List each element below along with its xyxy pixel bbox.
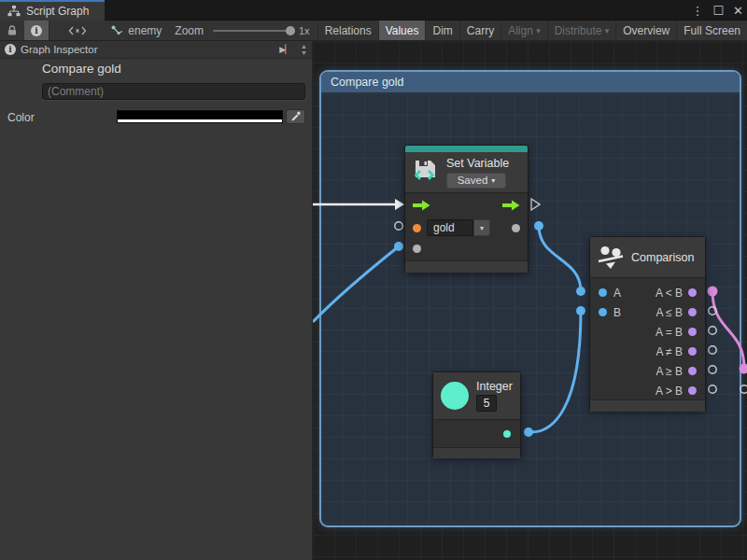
script-graph-icon xyxy=(7,6,21,17)
output-label: A ≥ B xyxy=(655,365,683,378)
output-a-lt-b-port[interactable] xyxy=(688,288,697,297)
fullscreen-button[interactable]: Full Screen xyxy=(677,21,747,40)
input-b-label: B xyxy=(613,306,621,319)
output-label: A ≠ B xyxy=(655,345,683,358)
node-title: Set Variable xyxy=(446,157,509,170)
close-icon[interactable]: ✕ xyxy=(733,4,743,18)
color-row: Color xyxy=(0,108,312,127)
scope-value: Saved xyxy=(458,175,488,186)
variable-name-dropdown[interactable]: gold ▾ xyxy=(427,219,490,236)
tab-title: Script Graph xyxy=(26,5,89,18)
distribute-button[interactable]: Distribute ▾ xyxy=(548,21,617,40)
eyedropper-icon xyxy=(290,111,302,122)
zoom-control: Zoom 1x xyxy=(167,21,317,40)
output-label: A = B xyxy=(655,326,683,339)
output-label: A > B xyxy=(655,385,683,398)
info-icon: i xyxy=(31,25,42,36)
node-footer xyxy=(433,447,520,458)
chevron-down-icon: ▾ xyxy=(605,26,610,35)
chevron-down-icon: ▾ xyxy=(491,176,495,185)
carry-button[interactable]: Carry xyxy=(460,21,501,40)
relations-label: Relations xyxy=(325,24,372,37)
output-a-gte-b-port[interactable] xyxy=(688,367,697,375)
integer-type-icon xyxy=(441,382,469,410)
graph-asset-icon xyxy=(111,25,123,36)
chevron-down-icon: ▾ xyxy=(473,219,490,236)
node-integer[interactable]: Integer 5 xyxy=(432,371,521,457)
window-menu-icon[interactable]: ⋮ xyxy=(691,4,703,18)
values-label: Values xyxy=(386,24,419,37)
zoom-level: 1x xyxy=(299,25,310,36)
output-a-neq-b-port[interactable] xyxy=(688,347,697,356)
node-footer xyxy=(405,260,528,273)
relations-button[interactable]: Relations xyxy=(317,21,379,40)
code-icon xyxy=(68,26,87,35)
value-input-port[interactable] xyxy=(413,245,421,253)
code-view-button[interactable] xyxy=(62,21,93,40)
output-label: A < B xyxy=(655,287,683,300)
eyedropper-button[interactable] xyxy=(286,109,305,124)
node-set-variable[interactable]: Set Variable Saved ▾ xyxy=(404,145,529,273)
graph-canvas[interactable]: Compare gold xyxy=(313,41,747,560)
value-output-port[interactable] xyxy=(512,224,520,232)
node-title: Integer xyxy=(476,380,513,393)
output-a-eq-b-port[interactable] xyxy=(688,328,697,336)
graph-inspector-panel: i Graph Inspector ▶▏ ▲ ▼ Compare gold Co… xyxy=(0,41,313,560)
variable-scope-dropdown[interactable]: Saved ▾ xyxy=(446,173,506,189)
chevron-down-icon: ▾ xyxy=(536,26,541,35)
integer-value-field[interactable]: 5 xyxy=(476,395,497,412)
spinner-down-icon[interactable]: ▼ xyxy=(301,49,307,56)
save-variable-icon xyxy=(413,159,439,187)
zoom-slider-knob[interactable] xyxy=(286,26,295,35)
node-comparison[interactable]: Comparison A A < B B A ≤ B xyxy=(589,236,706,411)
color-label: Color xyxy=(7,111,35,124)
dim-label: Dim xyxy=(432,24,452,37)
graph-reference-name: enemy xyxy=(128,24,162,37)
lock-button[interactable] xyxy=(0,21,24,40)
graph-toolbar: i enemy Zoom 1x Relations xyxy=(0,21,747,41)
carry-label: Carry xyxy=(467,24,494,37)
zoom-slider[interactable] xyxy=(213,30,293,32)
graph-inspector-header[interactable]: i Graph Inspector ▶▏ ▲ ▼ xyxy=(0,41,312,59)
lock-icon xyxy=(7,24,18,36)
flow-out-arrow[interactable] xyxy=(502,200,520,211)
info-icon: i xyxy=(5,44,16,55)
maximize-icon[interactable]: ☐ xyxy=(712,4,724,18)
input-a-label: A xyxy=(613,287,621,300)
overview-label: Overview xyxy=(623,24,669,37)
variable-name-port[interactable] xyxy=(413,224,421,232)
zoom-label: Zoom xyxy=(175,24,204,37)
tab-script-graph[interactable]: Script Graph xyxy=(0,0,105,21)
panel-spinner[interactable]: ▲ ▼ xyxy=(301,43,307,56)
color-swatch[interactable] xyxy=(117,110,283,123)
distribute-label: Distribute xyxy=(555,24,602,37)
align-label: Align xyxy=(508,24,533,37)
spinner-up-icon[interactable]: ▲ xyxy=(301,43,307,49)
input-a-port[interactable] xyxy=(599,288,607,297)
output-a-gt-b-port[interactable] xyxy=(688,386,697,395)
alpha-strip xyxy=(118,119,282,122)
node-title: Comparison xyxy=(631,251,694,264)
dock-icon[interactable]: ▶▏ xyxy=(279,45,290,54)
graph-title: Compare gold xyxy=(42,62,121,76)
align-button[interactable]: Align ▾ xyxy=(501,21,548,40)
overview-button[interactable]: Overview xyxy=(616,21,677,40)
inspector-toggle-button[interactable]: i xyxy=(24,21,49,40)
unity-visual-scripting-window: Script Graph ⋮ ☐ ✕ i xyxy=(0,0,747,560)
tab-bar: Script Graph ⋮ ☐ ✕ xyxy=(0,0,747,21)
flow-in-arrow[interactable] xyxy=(413,200,430,211)
output-label: A ≤ B xyxy=(655,306,683,319)
panel-title: Graph Inspector xyxy=(21,44,97,55)
group-title: Compare gold xyxy=(331,76,404,89)
comment-input[interactable] xyxy=(42,83,305,100)
input-b-port[interactable] xyxy=(599,308,607,316)
group-header[interactable]: Compare gold xyxy=(321,72,740,92)
node-footer xyxy=(590,399,705,412)
dim-button[interactable]: Dim xyxy=(426,21,459,40)
fullscreen-label: Full Screen xyxy=(684,24,740,37)
integer-output-port[interactable] xyxy=(503,430,511,438)
output-a-lte-b-port[interactable] xyxy=(688,308,697,316)
values-button[interactable]: Values xyxy=(379,21,427,40)
graph-reference[interactable]: enemy xyxy=(106,21,167,40)
toolbar-gap xyxy=(49,21,62,40)
